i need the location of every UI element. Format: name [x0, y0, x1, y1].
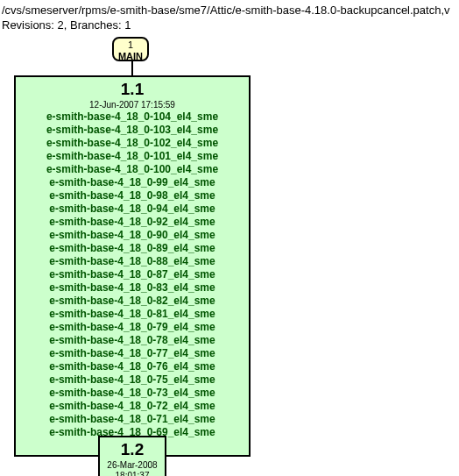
revision-tag: e-smith-base-4_18_0-77_el4_sme [21, 347, 244, 360]
revision-tag: e-smith-base-4_18_0-100_el4_sme [21, 163, 244, 176]
branch-number: 1 [114, 39, 147, 51]
revision-node-1-1[interactable]: 1.1 12-Jun-2007 17:15:59 e-smith-base-4_… [14, 75, 251, 457]
revision-tag: e-smith-base-4_18_0-103_el4_sme [21, 124, 244, 137]
revision-tag: e-smith-base-4_18_0-94_el4_sme [21, 202, 244, 216]
connector [131, 61, 133, 75]
revision-tag: e-smith-base-4_18_0-72_el4_sme [21, 400, 244, 413]
revision-tag: e-smith-base-4_18_0-88_el4_sme [21, 255, 244, 268]
revision-tag: e-smith-base-4_18_0-79_el4_sme [21, 321, 244, 334]
revision-tag: e-smith-base-4_18_0-87_el4_sme [21, 268, 244, 281]
revision-tag: e-smith-base-4_18_0-81_el4_sme [21, 308, 244, 321]
revision-tag: e-smith-base-4_18_0-75_el4_sme [21, 373, 244, 387]
revision-tag: e-smith-base-4_18_0-102_el4_sme [21, 137, 244, 150]
revision-tag: e-smith-base-4_18_0-71_el4_sme [21, 413, 244, 426]
revision-tag: e-smith-base-4_18_0-89_el4_sme [21, 242, 244, 255]
file-path: /cvs/smeserver/rpms/e-smith-base/sme7/At… [0, 0, 459, 17]
revision-date: 12-Jun-2007 17:15:59 [21, 100, 244, 111]
revision-number: 1.1 [21, 79, 244, 100]
revision-number: 1.2 [102, 439, 162, 460]
revision-tag: e-smith-base-4_18_0-73_el4_sme [21, 387, 244, 400]
revision-tag: e-smith-base-4_18_0-82_el4_sme [21, 295, 244, 308]
branch-name: MAIN [114, 51, 147, 62]
revision-tag: e-smith-base-4_18_0-92_el4_sme [21, 216, 244, 229]
revision-tag: e-smith-base-4_18_0-78_el4_sme [21, 334, 244, 347]
revision-tag: e-smith-base-4_18_0-104_el4_sme [21, 110, 244, 124]
branch-node-main[interactable]: 1 MAIN [112, 37, 149, 61]
revision-date: 26-Mar-2008 18:01:37 [102, 460, 162, 476]
revision-tag: e-smith-base-4_18_0-83_el4_sme [21, 281, 244, 295]
revisions-summary: Revisions: 2, Branches: 1 [0, 17, 459, 32]
revision-tags: e-smith-base-4_18_0-104_el4_smee-smith-b… [21, 110, 244, 439]
revision-tag: e-smith-base-4_18_0-90_el4_sme [21, 229, 244, 242]
revision-tag: e-smith-base-4_18_0-101_el4_sme [21, 150, 244, 163]
revision-node-1-2[interactable]: 1.2 26-Mar-2008 18:01:37 HEAD [98, 436, 166, 476]
revision-tag: e-smith-base-4_18_0-76_el4_sme [21, 360, 244, 373]
revision-graph: 1 MAIN 1.1 12-Jun-2007 17:15:59 e-smith-… [0, 32, 459, 476]
revision-tag: e-smith-base-4_18_0-99_el4_sme [21, 176, 244, 189]
revision-tag: e-smith-base-4_18_0-98_el4_sme [21, 189, 244, 202]
